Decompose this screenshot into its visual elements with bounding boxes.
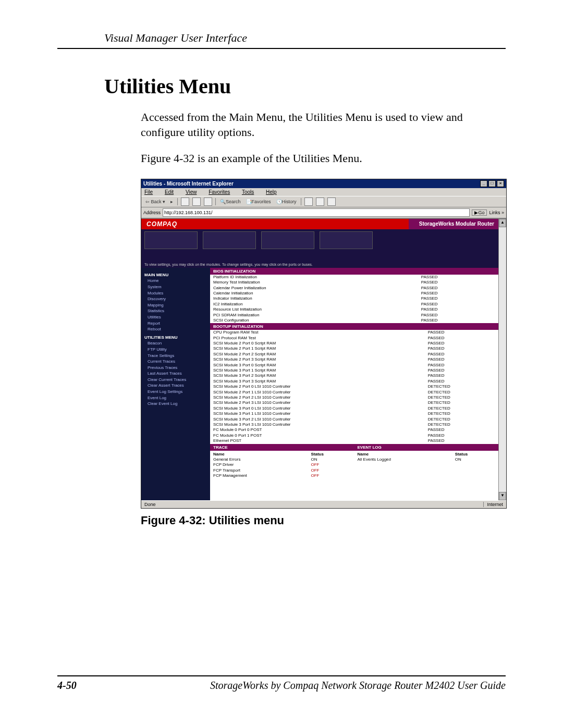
- row-status: PASSED: [425, 341, 498, 346]
- module-slot[interactable]: [144, 231, 198, 249]
- sidebar-item[interactable]: Modules: [148, 290, 207, 297]
- toolbar: ⇦ Back ▾ ▸ 🔍Search 📑Favorites 🕓History: [141, 196, 506, 207]
- row-name: FC Module 0 Port 0 POST: [210, 427, 425, 433]
- table-row: Indicator InitializationPASSED: [210, 296, 498, 301]
- forward-button[interactable]: ▸: [169, 199, 174, 204]
- row-status: PASSED: [418, 302, 498, 307]
- menu-file[interactable]: File: [144, 189, 158, 195]
- row-status: PASSED: [425, 373, 498, 378]
- menu-edit[interactable]: Edit: [165, 189, 179, 195]
- row-name: IC2 Initialization: [210, 302, 418, 307]
- table-row: SCSI Module 2 Port 2 Script RAMPASSED: [210, 352, 498, 357]
- table-row: All Events LoggedON: [354, 457, 499, 462]
- col-header: Status: [308, 452, 354, 457]
- bios-table: Platform ID InitializationPASSEDMemory T…: [210, 275, 498, 324]
- sidebar-item[interactable]: Report: [148, 320, 207, 327]
- row-status: PASSED: [418, 291, 498, 296]
- module-slot[interactable]: [261, 231, 314, 249]
- search-button[interactable]: 🔍Search: [219, 199, 242, 204]
- row-name: Resource List Initialization: [210, 307, 418, 312]
- back-button[interactable]: ⇦ Back ▾: [144, 199, 166, 204]
- sidebar-item[interactable]: Current Traces: [148, 359, 207, 365]
- window-title: Utilities - Microsoft Internet Explorer: [143, 181, 234, 187]
- sidebar-item[interactable]: System: [148, 284, 207, 290]
- col-header: Name: [354, 452, 452, 457]
- sidebar-item[interactable]: Discovery: [148, 296, 207, 302]
- go-button[interactable]: ▶Go: [472, 209, 487, 216]
- row-name: PCI Protocol RAM Test: [210, 336, 425, 341]
- table-row: FCP ManagementOFF: [210, 473, 354, 478]
- mail-icon[interactable]: [304, 198, 313, 206]
- sidebar-item[interactable]: Previous Traces: [148, 365, 207, 371]
- stop-icon[interactable]: [181, 198, 189, 206]
- sidebar-item[interactable]: FTP Utility: [148, 347, 207, 353]
- sidebar-item[interactable]: Event Log: [148, 395, 207, 401]
- row-status: PASSED: [418, 275, 498, 280]
- row-name: FCP Driver: [210, 462, 308, 467]
- row-status: PASSED: [418, 296, 498, 301]
- address-input[interactable]: [163, 208, 470, 217]
- sidebar-item[interactable]: Event Log Settings: [148, 389, 207, 395]
- table-row: General ErrorsON: [210, 457, 354, 462]
- table-row: SCSI Module 2 Port 1 LSI 1010 Controller…: [210, 390, 498, 395]
- sidebar-item[interactable]: Trace Settings: [148, 353, 207, 359]
- page-title: Utilities Menu: [104, 74, 506, 98]
- page-footer: 4-50 StorageWorks by Compaq Network Stor…: [57, 672, 506, 692]
- sidebar-item[interactable]: Utilities: [148, 314, 207, 320]
- refresh-icon[interactable]: [192, 198, 201, 206]
- row-status: PASSED: [425, 352, 498, 357]
- sidebar-item[interactable]: Reboot: [148, 326, 207, 332]
- menu-view[interactable]: View: [186, 189, 202, 195]
- row-name: SCSI Module 3 Port 0 Script RAM: [210, 363, 425, 368]
- favorites-button[interactable]: 📑Favorites: [245, 199, 272, 204]
- maximize-button[interactable]: □: [488, 180, 496, 187]
- row-status: DETECTED: [425, 395, 498, 400]
- sidebar-item[interactable]: Beacon: [148, 340, 207, 347]
- row-name: General Errors: [210, 457, 308, 462]
- home-icon[interactable]: [204, 198, 212, 206]
- sidebar-item[interactable]: Statistics: [148, 308, 207, 314]
- close-button[interactable]: ×: [497, 180, 504, 187]
- sidebar-item[interactable]: Clear Event Log: [148, 401, 207, 407]
- table-row: FC Module 0 Port 1 POSTPASSED: [210, 433, 498, 438]
- product-name: StorageWorks Modular Router: [409, 219, 498, 229]
- module-slot[interactable]: [320, 231, 373, 249]
- row-name: Ethernet POST: [210, 438, 425, 443]
- table-row: SCSI Module 3 Port 3 Script RAMPASSED: [210, 379, 498, 384]
- edit-icon[interactable]: [327, 198, 336, 206]
- table-row: Calendar Power InitializationPASSED: [210, 286, 498, 291]
- menu-help[interactable]: Help: [266, 189, 282, 195]
- scroll-down-icon[interactable]: ▼: [499, 492, 506, 500]
- history-button[interactable]: 🕓History: [275, 199, 298, 204]
- table-row: FCP DriverOFF: [210, 462, 354, 467]
- row-status: PASSED: [425, 330, 498, 335]
- print-icon[interactable]: [316, 198, 324, 206]
- figure-caption: Figure 4-32: Utilities menu: [141, 514, 506, 527]
- footer-title: StorageWorks by Compaq Network Storage R…: [210, 680, 506, 692]
- table-row: IC2 InitializationPASSED: [210, 302, 498, 307]
- module-slot[interactable]: [203, 231, 256, 249]
- row-name: PCI SDRAM Initialization: [210, 313, 418, 318]
- scrollbar[interactable]: ▲ ▼: [498, 219, 506, 500]
- menu-tools[interactable]: Tools: [242, 189, 259, 195]
- sidebar-item[interactable]: Clear Current Traces: [148, 377, 207, 383]
- row-name: SCSI Configuration: [210, 318, 418, 323]
- scroll-up-icon[interactable]: ▲: [499, 219, 506, 227]
- row-name: Calendar Initialization: [210, 291, 418, 296]
- sidebar-item[interactable]: Home: [148, 278, 207, 284]
- trace-table: NameStatusGeneral ErrorsONFCP DriverOFFF…: [210, 452, 354, 479]
- links-label[interactable]: Links »: [489, 210, 504, 215]
- row-name: Memory Test Initialization: [210, 280, 418, 285]
- row-status: PASSED: [418, 313, 498, 318]
- row-name: SCSI Module 3 Port 3 LSI 1010 Controller: [210, 422, 425, 427]
- row-name: SCSI Module 3 Port 1 Script RAM: [210, 368, 425, 373]
- sidebar-item[interactable]: Last Assert Traces: [148, 371, 207, 377]
- minimize-button[interactable]: _: [480, 180, 487, 187]
- sidebar-item[interactable]: Clear Assert Traces: [148, 382, 207, 389]
- row-status: PASSED: [425, 357, 498, 362]
- menu-favorites[interactable]: Favorites: [209, 189, 235, 195]
- table-row: SCSI Module 3 Port 0 Script RAMPASSED: [210, 363, 498, 368]
- row-status: OFF: [308, 468, 354, 473]
- sidebar-item[interactable]: Mapping: [148, 302, 207, 309]
- table-row: SCSI Module 3 Port 2 LSI 1010 Controller…: [210, 417, 498, 422]
